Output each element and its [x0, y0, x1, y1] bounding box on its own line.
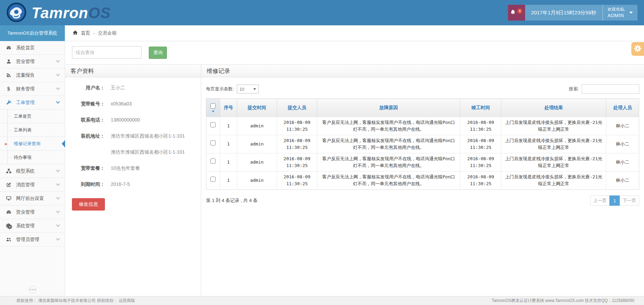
sidebar-item[interactable]: 营业管理 — [0, 55, 65, 68]
sidebar-submenu: 工单首页工单列表»维修记录查询待办事项 — [0, 110, 65, 164]
row-checkbox-cell — [206, 171, 220, 190]
table-search-input[interactable] — [582, 84, 639, 94]
query-button[interactable]: 查询 — [149, 47, 167, 59]
gauge-icon — [5, 209, 12, 215]
query-toolbar: 查询 — [65, 41, 644, 64]
next-page-button[interactable]: 下一页 — [620, 195, 639, 206]
sidebar-item[interactable]: 模型系统 — [0, 164, 65, 178]
sidebar-item[interactable]: 系统管理 — [0, 219, 65, 233]
table-cell: 2016-08-09 11:30:25 — [460, 135, 501, 153]
sidebar-item[interactable]: 系统首页 — [0, 41, 65, 55]
sidebar-title: TamronOS后台管理系统 — [0, 25, 65, 41]
chevron-down-icon — [56, 59, 60, 62]
sidebar-item-label: 模型系统 — [16, 168, 35, 174]
table-header-row: 序号提交时间提交人员故障原因竣工时间处理结果处理人员 — [206, 99, 639, 117]
sidebar-collapse-handle[interactable] — [29, 286, 36, 293]
chevron-down-icon — [56, 195, 60, 199]
prev-page-button[interactable]: 上一页 — [590, 195, 610, 206]
customer-panel-title: 客户资料 — [65, 64, 201, 77]
row-checkbox[interactable] — [210, 177, 216, 182]
dashboard-icon — [5, 45, 12, 51]
table-cell: 林小二 — [606, 117, 639, 135]
wrench-icon — [5, 100, 12, 105]
column-header[interactable]: 处理人员 — [606, 99, 639, 117]
edit-info-button[interactable]: 修改信息 — [72, 198, 105, 211]
sidebar-item-label: 系统管理 — [16, 223, 35, 229]
user-menu[interactable]: 欢迎光临, ADMIN — [603, 5, 637, 21]
table-cell: admin — [237, 117, 277, 135]
table-cell: 林小二 — [606, 153, 639, 171]
sidebar-item-label: 网厅前台设置 — [16, 195, 44, 202]
table-footer: 第 1 到 4 条记录 , 共 4 条 上一页 1 下一页 — [206, 195, 639, 206]
column-header[interactable]: 竣工时间 — [460, 99, 501, 117]
table-cell: 上门后发现是皮线冷接头损坏，更换后光衰-21光猫正常上网正常 — [501, 171, 606, 190]
gear-icon — [634, 45, 641, 53]
customer-field: 到期时间：2016-7-5 — [72, 180, 194, 188]
column-header[interactable]: 提交人员 — [277, 99, 317, 117]
sidebar-item[interactable]: 工单管理 — [0, 96, 65, 110]
chevron-down-icon — [56, 209, 60, 213]
field-value: 王小二 — [111, 84, 125, 92]
customer-field: 联系电话：13800000000 — [72, 116, 194, 124]
table-search-label: 搜索: — [569, 86, 579, 92]
notification-badge: 8 — [517, 8, 523, 14]
sidebar-subitem[interactable]: 工单首页 — [0, 110, 65, 123]
breadcrumb-home[interactable]: 首页 — [81, 30, 90, 36]
notifications-button[interactable]: 8 — [508, 5, 525, 21]
breadcrumb: 首页 › 交易金额 — [65, 25, 644, 41]
per-page-select[interactable]: 10 — [237, 85, 259, 93]
content-panels: 客户资料 用户名：王小二宽带账号：x0536a03联系电话：1380000000… — [65, 64, 644, 296]
main-area: 首页 › 交易金额 查询 客户资料 用户名：王小二宽带账号：x0536a03联系… — [65, 25, 644, 296]
column-header[interactable]: 序号 — [220, 99, 237, 117]
sidebar: TamronOS后台管理系统 系统首页营业管理流量报告$财务管理工单管理工单首页… — [0, 25, 65, 296]
sidebar-item[interactable]: 消息管理 — [0, 178, 65, 192]
caret-down-icon — [253, 88, 256, 90]
footer: 授权使用： 潍坊家园驿站电子技术有限公司 授权级别： 运营商版 TamronOS… — [0, 296, 644, 305]
table-cell: 客户反应无法上网，客服核实发现用户不在线，电话沟通光猫Pon口灯不亮，同一单元有… — [317, 117, 460, 135]
sitemap-icon — [5, 168, 12, 174]
sidebar-subitem[interactable]: 待办事项 — [0, 151, 65, 164]
column-header[interactable]: 提交时间 — [237, 99, 277, 117]
row-checkbox[interactable] — [210, 158, 216, 164]
field-label: 宽带套餐： — [72, 164, 105, 172]
sidebar-item[interactable]: $财务管理 — [0, 82, 65, 96]
user-icon — [5, 59, 12, 64]
table-cell: 2016-08-09 11:30:25 — [277, 135, 317, 153]
per-page-value: 10 — [240, 87, 244, 92]
table-cell: 2016-08-09 11:30:25 — [460, 153, 501, 171]
field-value: 10兆包年套餐 — [111, 164, 140, 172]
sidebar-item[interactable]: 营业管理 — [0, 205, 65, 219]
current-page-button[interactable]: 1 — [609, 195, 620, 206]
breadcrumb-separator-icon: › — [93, 30, 95, 36]
settings-gear-button[interactable] — [631, 42, 644, 56]
app-header: TamronOS 8 2017年1月9日15时23分59秒 欢迎光临, ADMI… — [0, 0, 644, 25]
sidebar-subitem[interactable]: »维修记录查询 — [0, 137, 65, 151]
datetime: 2017年1月9日15时23分59秒 — [525, 5, 603, 21]
sidebar-item[interactable]: 管理员管理 — [0, 233, 65, 246]
table-cell: 客户反应无法上网，客服核实发现用户不在线，电话沟通光猫Pon口灯不亮，同一单元有… — [317, 153, 460, 171]
table-cell: admin — [237, 153, 277, 171]
customer-field: 用户名：王小二 — [72, 84, 194, 92]
column-header[interactable]: 故障原因 — [317, 99, 460, 117]
search-input[interactable] — [72, 46, 142, 59]
sidebar-item[interactable]: 网厅前台设置 — [0, 192, 65, 205]
table-cell: 客户反应无法上网，客服核实发现用户不在线，电话沟通光猫Pon口灯不亮，同一单元有… — [317, 135, 460, 153]
row-checkbox[interactable] — [210, 122, 216, 127]
footer-product: TamronOS腾龙认证计费系统 www.TamronOS.com 技术支持QQ… — [491, 298, 634, 304]
column-header[interactable]: 处理结果 — [501, 99, 606, 117]
sidebar-subitem[interactable]: 工单列表 — [0, 123, 65, 137]
row-checkbox[interactable] — [210, 140, 216, 145]
logo-icon — [6, 2, 27, 24]
table-search-control: 搜索: — [569, 84, 639, 94]
customer-fields: 用户名：王小二宽带账号：x0536a03联系电话：13800000000装机地址… — [72, 84, 194, 188]
table-row: 1admin2016-08-09 11:30:25客户反应无法上网，客服核实发现… — [206, 117, 639, 135]
customer-field: 装机地址：潍坊市潍城区西城名都小区1-1-101 — [72, 132, 194, 140]
field-value: 潍坊市潍城区西城名都小区1-1-101 — [111, 132, 185, 140]
sidebar-item[interactable]: 流量报告 — [0, 68, 65, 82]
customer-field: 潍坊市潍城区西城名都小区1-1-101 — [72, 148, 194, 156]
table-cell: 1 — [220, 153, 237, 171]
table-row: 1admin2016-08-09 11:30:25客户反应无法上网，客服核实发现… — [206, 153, 639, 171]
field-label: 装机地址： — [72, 132, 105, 140]
select-all-checkbox[interactable] — [210, 103, 216, 109]
sidebar-subitem-label: 待办事项 — [14, 154, 32, 161]
